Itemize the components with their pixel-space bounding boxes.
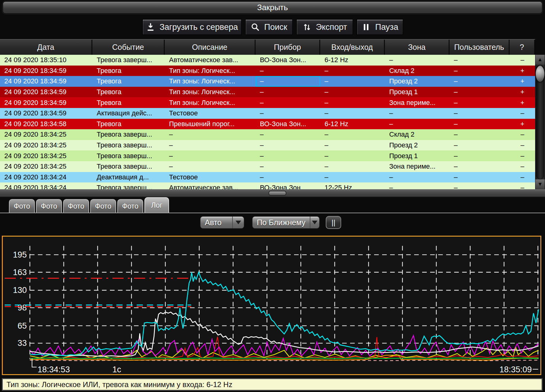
- tracking-mode-select[interactable]: По Ближнему: [252, 216, 320, 229]
- scroll-thumb[interactable]: [536, 66, 544, 82]
- table-header: ДатаСобытиеОписаниеПриборВход/выходЗонаП…: [0, 39, 535, 55]
- column-header[interactable]: Прибор: [256, 40, 320, 55]
- scale-mode-select[interactable]: Авто: [200, 216, 244, 229]
- tab-log[interactable]: Лог: [144, 197, 169, 213]
- tab-bar: Фото Фото Фото Фото Фото Лог: [0, 197, 545, 213]
- table-cell: Тревога заверш...: [92, 161, 165, 172]
- table-cell: +: [510, 97, 535, 108]
- svg-text:130: 130: [13, 286, 27, 295]
- column-header[interactable]: Описание: [165, 40, 256, 55]
- tab-photo-3[interactable]: Фото: [63, 199, 89, 213]
- table-cell: –: [385, 108, 450, 119]
- table-cell: –: [450, 76, 510, 87]
- button-label: Поиск: [264, 22, 287, 32]
- table-row[interactable]: 24 09 2020 18:34:59Активация дейс...Тест…: [0, 108, 535, 119]
- search-icon: [251, 22, 260, 32]
- table-cell: +: [510, 119, 535, 130]
- table-cell: +: [510, 66, 535, 76]
- tab-photo-4[interactable]: Фото: [90, 199, 116, 213]
- table-cell: 24 09 2020 18:34:24: [0, 172, 92, 183]
- table-cell: Автоматическое зав...: [165, 182, 256, 189]
- table-cell: Тревога: [92, 66, 165, 76]
- table-cell: –: [450, 108, 510, 119]
- splitter[interactable]: [0, 189, 545, 197]
- table-cell: ВО-Зона Зон...: [256, 119, 320, 130]
- column-header[interactable]: ?: [510, 40, 535, 55]
- chevron-down-icon[interactable]: [310, 217, 319, 228]
- table-cell: +: [510, 87, 535, 98]
- table-row[interactable]: 24 09 2020 18:34:59ТревогаТип зоны: Логи…: [0, 87, 535, 98]
- table-row[interactable]: 24 09 2020 18:34:59ТревогаТип зоны: Логи…: [0, 66, 535, 76]
- table-scrollbar[interactable]: ▲ ▼: [535, 55, 545, 189]
- table-cell: 24 09 2020 18:34:59: [0, 66, 92, 76]
- table-row[interactable]: 24 09 2020 18:34:59ТревогаТип зоны: Логи…: [0, 97, 535, 108]
- column-header[interactable]: Пользователь: [450, 40, 510, 55]
- table-cell: Тип зоны: Логическ...: [165, 76, 256, 87]
- table-cell: 24 09 2020 18:34:25: [0, 161, 92, 172]
- pause-button[interactable]: Пауза: [357, 19, 403, 35]
- column-header[interactable]: Вход/выход: [320, 40, 385, 55]
- table-cell: –: [256, 97, 320, 108]
- tab-photo-2[interactable]: Фото: [36, 199, 62, 213]
- table-cell: Превышений порог...: [165, 119, 256, 130]
- table-row[interactable]: 24 09 2020 18:34:59ТревогаТип зоны: Логи…: [0, 76, 535, 87]
- series-magenta: [30, 336, 539, 356]
- event-table: 24 09 2020 18:35:10Тревога заверш...Авто…: [0, 55, 535, 189]
- chart-pause-button[interactable]: ||: [326, 216, 341, 229]
- table-cell: 24 09 2020 18:34:59: [0, 87, 92, 98]
- table-cell: 24 09 2020 18:34:25: [0, 150, 92, 161]
- tab-photo-5[interactable]: Фото: [117, 199, 143, 213]
- table-cell: –: [385, 172, 450, 183]
- column-header[interactable]: Дата: [0, 40, 92, 55]
- table-cell: Тревога заверш...: [92, 129, 165, 140]
- close-button[interactable]: Закрыть: [2, 1, 543, 14]
- load-from-server-button[interactable]: Загрузить с сервера: [142, 19, 242, 35]
- table-cell: 24 09 2020 18:34:59: [0, 76, 92, 87]
- table-row[interactable]: 24 09 2020 18:35:10Тревога заверш...Авто…: [0, 55, 535, 66]
- svg-text:98: 98: [18, 303, 27, 312]
- table-cell: Тревога заверш...: [92, 150, 165, 161]
- export-icon: [302, 22, 312, 32]
- table-row[interactable]: 24 09 2020 18:34:25Тревога заверш...–––З…: [0, 161, 535, 172]
- table-cell: –: [320, 66, 385, 76]
- export-button[interactable]: Экспорт: [296, 19, 353, 35]
- table-row[interactable]: 24 09 2020 18:34:25Тревога заверш...–––П…: [0, 150, 535, 161]
- splitter-handle[interactable]: [268, 191, 286, 196]
- table-cell: 24 09 2020 18:34:59: [0, 97, 92, 108]
- table-cell: –: [450, 150, 510, 161]
- table-cell: –: [385, 119, 450, 130]
- table-cell: –: [510, 150, 535, 161]
- chevron-down-icon[interactable]: [232, 217, 244, 228]
- table-row[interactable]: 24 09 2020 18:34:24Тревога заверш...Авто…: [0, 182, 535, 189]
- table-cell: ВО-Зона Зон...: [256, 55, 320, 66]
- table-cell: –: [450, 172, 510, 183]
- table-cell: –: [320, 87, 385, 98]
- table-cell: –: [165, 129, 256, 140]
- table-row[interactable]: 24 09 2020 18:34:24Деактивация д...Тесто…: [0, 172, 535, 183]
- column-header[interactable]: Зона: [385, 40, 450, 55]
- search-button[interactable]: Поиск: [245, 19, 293, 35]
- scroll-up-button[interactable]: ▲: [535, 55, 545, 65]
- table-cell: –: [510, 172, 535, 183]
- tab-photo-1[interactable]: Фото: [9, 199, 35, 213]
- table-cell: Деактивация д...: [92, 172, 165, 183]
- table-cell: ВО-Зона Зон: [256, 182, 320, 189]
- table-cell: –: [320, 97, 385, 108]
- button-label: Экспорт: [316, 22, 347, 32]
- table-cell: –: [450, 119, 510, 130]
- table-row[interactable]: 24 09 2020 18:34:25Тревога заверш...–––С…: [0, 129, 535, 140]
- table-cell: –: [320, 108, 385, 119]
- table-cell: 24 09 2020 18:34:24: [0, 182, 92, 189]
- table-cell: –: [510, 140, 535, 151]
- scroll-down-button[interactable]: ▼: [535, 179, 545, 189]
- table-cell: Автоматическое зав...: [165, 55, 256, 66]
- table-cell: Тревога заверш...: [92, 140, 165, 151]
- svg-text:18:35:09: 18:35:09: [499, 365, 532, 374]
- table-cell: 24 09 2020 18:34:25: [0, 129, 92, 140]
- column-header[interactable]: Событие: [92, 40, 165, 55]
- table-cell: Тревога: [92, 76, 165, 87]
- table-cell: –: [320, 172, 385, 183]
- table-row[interactable]: 24 09 2020 18:34:25Тревога заверш...–––П…: [0, 140, 535, 151]
- table-row[interactable]: 24 09 2020 18:34:58ТревогаПревышений пор…: [0, 119, 535, 130]
- table-cell: –: [165, 150, 256, 161]
